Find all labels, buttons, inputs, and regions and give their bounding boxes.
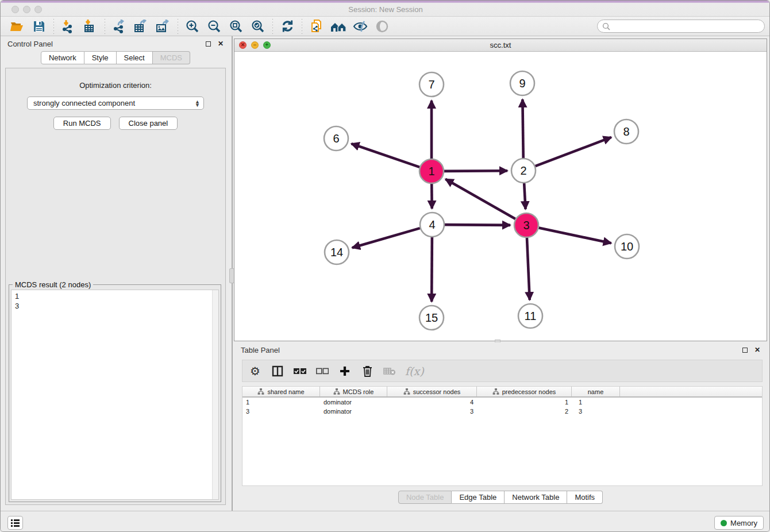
import-table-icon[interactable] [79,18,101,35]
graph-edge-3-1[interactable] [445,179,515,219]
toolbar-separator [302,19,302,34]
graph-node-label-8: 8 [623,125,629,138]
search-input[interactable] [610,22,760,30]
close-panel-icon[interactable]: ✕ [218,40,224,47]
graph-edge-3-11[interactable] [527,238,530,300]
search-box[interactable] [597,20,765,33]
first-neighbors-icon[interactable] [328,18,349,35]
table-panel: Table Panel ✕ ⚙ f(x) shared name [234,342,767,511]
export-table-icon[interactable] [130,18,152,35]
select-all-icon[interactable] [293,364,307,378]
delete-column-icon[interactable] [360,364,374,378]
tab-node-table[interactable]: Node Table [398,491,452,504]
control-panel-tabs: Network Style Select MCDS [1,51,230,64]
result-scrollbar[interactable] [212,290,218,499]
graph-node-label-6: 6 [333,132,339,145]
toolbar-separator [178,19,178,34]
select-stepper-icon: ▲▼ [195,100,200,107]
run-mcds-button[interactable]: Run MCDS [53,117,111,130]
tab-select[interactable]: Select [117,51,153,64]
open-file-icon[interactable] [6,18,28,35]
graph-edge-4-14[interactable] [352,228,420,248]
control-panel: Control Panel ✕ Network Style Select MCD… [1,36,230,511]
memory-label: Memory [730,519,757,527]
import-network-icon[interactable] [57,18,79,35]
close-panel-button[interactable]: Close panel [119,117,178,130]
column-visibility-icon[interactable] [271,364,284,378]
export-network-icon[interactable] [109,18,130,35]
status-bar: Memory [1,511,770,532]
tab-motifs[interactable]: Motifs [567,491,603,504]
graph-edge-2-3[interactable] [524,183,525,209]
cell-predecessor-nodes: 2 [477,408,572,415]
cell-shared-name: 1 [242,399,320,406]
table-tabs: Node Table Edge Table Network Table Moti… [234,491,767,504]
column-header-mcds-role[interactable]: MCDS role [320,387,387,396]
graph-edge-1-2[interactable] [444,171,507,171]
mcds-result-list[interactable]: 1 3 [11,290,219,500]
main-titlebar: Session: New Session [1,1,770,17]
cell-predecessor-nodes: 1 [477,399,572,406]
clone-network-icon[interactable] [306,18,328,35]
graph-edge-4-15[interactable] [432,237,432,302]
close-table-panel-icon[interactable]: ✕ [754,346,760,353]
toolbar-separator [105,19,105,34]
graph-edge-3-10[interactable] [539,228,611,244]
table-toolbar: ⚙ f(x) [242,360,763,382]
graph-edges [351,99,611,302]
table-header-row: shared name MCDS role successor nodes pr… [242,387,762,398]
cell-mcds-role: dominator [320,399,387,406]
graph-node-label-11: 11 [525,310,537,322]
float-table-panel-icon[interactable] [742,348,748,353]
network-window-titlebar[interactable]: ✕ − + scc.txt [234,39,767,52]
column-header-successor-nodes[interactable]: successor nodes [387,387,477,396]
tab-edge-table[interactable]: Edge Table [452,491,505,504]
tab-mcds[interactable]: MCDS [153,51,190,64]
graph-node-label-7: 7 [428,78,434,91]
graph-edge-2-8[interactable] [536,137,611,166]
deselect-all-icon[interactable] [315,364,329,378]
float-panel-icon[interactable] [206,41,211,47]
tab-network-table[interactable]: Network Table [505,491,567,504]
titlebar-accent [1,1,770,3]
memory-status-icon [721,520,727,526]
graph-node-label-15: 15 [425,311,438,324]
cell-mcds-role: dominator [320,408,387,415]
delete-table-icon [383,364,396,378]
table-row[interactable]: 1 dominator 4 1 1 [242,398,762,407]
tab-style[interactable]: Style [84,51,117,64]
graph-edge-2-9[interactable] [522,99,523,158]
hide-selected-icon[interactable] [349,18,371,35]
tab-network[interactable]: Network [41,51,84,64]
column-header-predecessor-nodes[interactable]: predecessor nodes [477,387,572,396]
zoom-out-icon[interactable] [203,18,225,35]
column-header-name[interactable]: name [572,387,620,396]
tree-icon [257,388,264,395]
toolbar-separator [53,19,54,34]
main-toolbar [1,17,770,36]
column-header-shared-name[interactable]: shared name [242,387,320,396]
zoom-selected-icon[interactable] [247,18,269,35]
graph-edge-4-3[interactable] [445,225,510,225]
network-canvas[interactable]: 7968124314101511 [234,52,767,341]
cell-name: 3 [572,408,620,415]
mcds-panel: Optimization criterion: strongly connect… [5,68,226,505]
node-table: shared name MCDS role successor nodes pr… [242,386,763,486]
function-builder-icon: f(x) [405,364,424,378]
table-settings-icon[interactable]: ⚙ [248,364,262,378]
cell-successor-nodes: 4 [387,399,477,406]
export-image-icon[interactable] [152,18,174,35]
zoom-fit-icon[interactable] [225,18,247,35]
graph-node-label-14: 14 [330,246,343,259]
graph-edge-1-6[interactable] [351,144,419,167]
task-history-button[interactable] [7,516,23,530]
criterion-select[interactable]: strongly connected component ▲▼ [27,97,204,110]
memory-button[interactable]: Memory [714,516,764,530]
table-row[interactable]: 3 dominator 3 2 3 [242,407,762,416]
add-column-icon[interactable] [338,364,352,378]
graph-node-label-9: 9 [519,77,525,90]
refresh-icon[interactable] [276,18,298,35]
save-session-icon[interactable] [28,18,50,35]
cell-shared-name: 3 [242,408,320,415]
zoom-in-icon[interactable] [182,18,203,35]
